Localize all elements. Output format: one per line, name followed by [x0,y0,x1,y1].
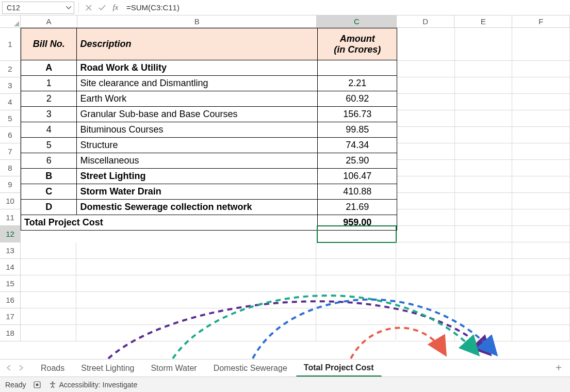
row-header[interactable]: 14 [0,259,21,275]
row-header[interactable]: 8 [0,160,21,176]
row-header[interactable]: 13 [0,242,21,259]
name-box-value: C12 [3,4,63,12]
tab-next-icon[interactable] [17,363,26,374]
row-header[interactable]: 1 [0,28,21,61]
row-header[interactable]: 15 [0,275,21,292]
column-headers: A B C D E F [0,15,570,28]
chevron-down-icon[interactable] [63,6,74,9]
row-header[interactable]: 11 [0,209,21,226]
new-sheet-button[interactable]: + [551,362,566,374]
sheet-tab-storm-water[interactable]: Storm Water [143,360,204,377]
col-header-C[interactable]: C [317,15,397,27]
name-box[interactable]: C12 [2,2,74,14]
separator [78,3,79,13]
row-header[interactable]: 6 [0,127,21,143]
table-header-row: Bill No. Description Amount (in Crores) [21,28,397,60]
table-row: DDomestic Sewerage collection network21.… [21,200,397,215]
empty-grid-below [21,242,570,352]
table-row: 4Bituminous Courses99.85 [21,122,397,138]
sheet-tab-total-project-cost[interactable]: Total Project Cost [296,360,382,377]
row-header[interactable]: 7 [0,143,21,160]
table-row: 6Miscellaneous25.90 [21,153,397,169]
sheet-tab-domestic-sewerage[interactable]: Domestic Sewerage [206,360,295,377]
col-header-E[interactable]: E [454,15,512,27]
fx-icon[interactable]: fx [110,2,121,13]
table-row: ARoad Work & Utility [21,60,397,76]
table-row: CStorm Water Drain410.88 [21,184,397,200]
row-header[interactable]: 5 [0,110,21,127]
formula-input[interactable]: =SUM(C3:C11) [123,3,568,12]
row-header[interactable]: 18 [0,325,21,341]
row-header[interactable]: 3 [0,77,21,94]
row-header[interactable]: 12 [0,226,21,242]
row-header[interactable]: 4 [0,94,21,110]
status-ready: Ready [5,381,26,389]
row-header[interactable]: 9 [0,176,21,193]
check-icon[interactable] [96,2,108,13]
project-table: Bill No. Description Amount (in Crores) … [21,28,397,231]
row-header[interactable]: 2 [0,61,21,77]
formula-bar: C12 fx =SUM(C3:C11) [0,0,570,15]
col-bill[interactable]: Bill No. [21,28,77,60]
status-bar: Ready Accessibility: Investigate [0,377,570,392]
table-row: 1Site clearance and Dismantling2.21 [21,76,397,91]
sheet-tab-street-lighting[interactable]: Street Lighting [73,360,142,377]
row-headers: 1 2 3 4 5 6 7 8 9 10 11 12 13 14 15 16 1… [0,28,21,352]
tab-nav [4,363,26,374]
accessibility-status[interactable]: Accessibility: Investigate [48,381,137,389]
row-header[interactable]: 10 [0,193,21,209]
table-row: BStreet Lighting106.47 [21,169,397,184]
row-header[interactable]: 16 [0,292,21,308]
col-header-F[interactable]: F [512,15,570,27]
col-amt[interactable]: Amount (in Crores) [318,28,397,60]
tab-prev-icon[interactable] [4,363,13,374]
table-row: 5Structure74.34 [21,138,397,153]
col-header-D[interactable]: D [397,15,454,27]
table-row: 2Earth Work60.92 [21,91,397,107]
row-header[interactable]: 17 [0,308,21,325]
sheet-tab-roads[interactable]: Roads [33,360,72,377]
select-all-corner[interactable] [0,15,21,27]
svg-point-1 [36,383,39,386]
grid: 1 2 3 4 5 6 7 8 9 10 11 12 13 14 15 16 1… [0,28,570,352]
macro-record-icon[interactable] [33,381,41,389]
svg-point-2 [52,381,54,383]
sheet-tabs-bar: Roads Street Lighting Storm Water Domest… [0,359,570,377]
table-row: 3Granular Sub-base and Base Courses156.7… [21,107,397,122]
total-row: Total Project Cost959.00 [21,215,397,231]
col-desc[interactable]: Description [77,28,318,60]
col-header-A[interactable]: A [21,15,77,27]
cancel-icon[interactable] [83,2,94,13]
cells-area[interactable]: Bill No. Description Amount (in Crores) … [21,28,570,352]
col-header-B[interactable]: B [77,15,317,27]
